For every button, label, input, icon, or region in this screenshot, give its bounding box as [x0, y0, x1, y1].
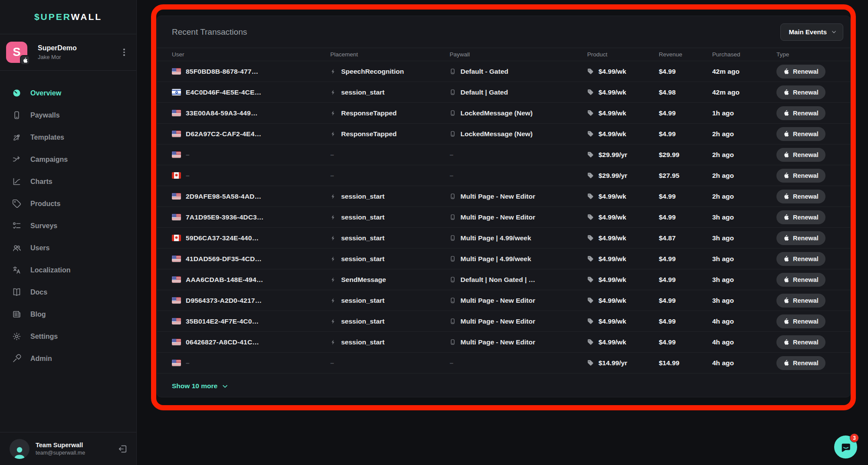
cell-paywall: Multi Page | 4.99/week	[450, 255, 587, 263]
product-price: $29.99/yr	[598, 172, 627, 180]
sidebar-item-settings[interactable]: Settings	[0, 325, 136, 347]
paywall-phone-icon	[450, 68, 456, 75]
table-row[interactable]: –––$14.99/yr$14.994h agoRenewal	[157, 353, 850, 373]
table-row[interactable]: 35B014E2-4F7E-4C0…session_startMulti Pag…	[157, 311, 850, 332]
table-row[interactable]: 59D6CA37-324E-440…session_startMulti Pag…	[157, 228, 850, 249]
transaction-type-badge: Renewal	[776, 356, 825, 370]
table-row[interactable]: E4C0D46F-4E5E-4CE…session_startDefault |…	[157, 82, 850, 103]
purchased-time: 2h ago	[712, 151, 734, 159]
chat-launcher-button[interactable]: 3	[834, 436, 857, 458]
table-row[interactable]: AAA6CDAB-148E-494…SendMessageDefault | N…	[157, 269, 850, 290]
sidebar-item-overview[interactable]: Overview	[0, 82, 136, 104]
table-row[interactable]: 7A1D95E9-3936-4DC3…session_startMulti Pa…	[157, 207, 850, 228]
sidebar-item-charts[interactable]: Charts	[0, 170, 136, 193]
paywall-phone-icon	[450, 213, 456, 221]
brand-logo[interactable]: $UPERWALL	[0, 0, 136, 34]
table-row[interactable]: D62A97C2-CAF2-4E4…ResponseTappedLockedMe…	[157, 124, 850, 144]
sidebar-item-surveys[interactable]: Surveys	[0, 215, 136, 237]
sidebar-item-localization[interactable]: Localization	[0, 259, 136, 281]
revenue-value: $4.99	[659, 193, 676, 200]
newspaper-icon	[12, 310, 21, 319]
show-more-button[interactable]: Show 10 more	[157, 373, 850, 390]
app-menu-kebab-icon[interactable]	[120, 49, 128, 56]
placement-name: session_start	[341, 213, 385, 221]
app-switcher[interactable]: S SuperDemo Jake Mor	[0, 34, 136, 71]
cell-revenue: $14.99	[659, 359, 712, 367]
line-chart-icon	[12, 177, 21, 186]
transaction-type-badge: Renewal	[776, 190, 825, 203]
column-header-paywall: Paywall	[450, 51, 587, 58]
sidebar-item-campaigns[interactable]: Campaigns	[0, 148, 136, 170]
sidebar-item-paywalls[interactable]: Paywalls	[0, 104, 136, 126]
cell-user: AAA6CDAB-148E-494…	[172, 276, 330, 284]
placement-bolt-icon	[330, 235, 336, 242]
column-header-placement: Placement	[330, 51, 450, 58]
sidebar-item-users[interactable]: Users	[0, 237, 136, 259]
purchased-time: 2h ago	[712, 172, 734, 180]
cell-placement: –	[330, 151, 450, 159]
cell-placement: session_start	[330, 193, 450, 200]
cell-type: Renewal	[776, 294, 840, 308]
apple-icon	[783, 172, 789, 179]
product-price: $4.99/wk	[598, 318, 626, 325]
sidebar-item-templates[interactable]: Templates	[0, 126, 136, 148]
cell-product: $4.99/wk	[587, 276, 659, 284]
table-row[interactable]: 33E00A84-59A3-449…ResponseTappedLockedMe…	[157, 103, 850, 124]
cell-product: $4.99/wk	[587, 109, 659, 117]
cell-revenue: $29.99	[659, 151, 712, 159]
paywall-name: Multi Page - New Editor	[460, 193, 535, 200]
table-row[interactable]: 85F0BD8B-8678-477…SpeechRecognitionDefau…	[157, 61, 850, 82]
cell-purchased: 42m ago	[712, 68, 776, 75]
paywall-name: Default | Non Gated | …	[460, 276, 535, 284]
user-id: –	[186, 151, 190, 159]
table-row[interactable]: –––$29.99/yr$27.952h agoRenewal	[157, 165, 850, 186]
transaction-type-label: Renewal	[793, 110, 819, 117]
logout-icon[interactable]	[118, 444, 128, 454]
apple-icon	[783, 68, 789, 75]
user-id: –	[186, 359, 190, 367]
paywall-name: Default - Gated	[460, 68, 508, 75]
sidebar-item-label: Users	[30, 244, 49, 252]
table-row[interactable]: D9564373-A2D0-4217…session_startMulti Pa…	[157, 290, 850, 311]
placement-name: ResponseTapped	[341, 109, 397, 117]
team-account-row[interactable]: Team Superwall team@superwall.me	[0, 432, 136, 465]
table-row[interactable]: 2D9AFE98-5A58-4AD…session_startMulti Pag…	[157, 186, 850, 207]
apple-icon	[783, 235, 789, 241]
transaction-type-badge: Renewal	[776, 210, 825, 224]
paywall-name: Multi Page - New Editor	[460, 213, 535, 221]
table-row[interactable]: 06426827-A8CD-41C…session_startMulti Pag…	[157, 332, 850, 353]
sidebar-item-docs[interactable]: Docs	[0, 281, 136, 303]
cell-paywall: Multi Page | 4.99/week	[450, 234, 587, 242]
sidebar-item-admin[interactable]: Admin	[0, 347, 136, 370]
cell-placement: session_start	[330, 255, 450, 263]
paywall-phone-icon	[450, 276, 456, 283]
cell-user: 35B014E2-4F7E-4C0…	[172, 318, 330, 325]
product-tag-icon	[587, 131, 594, 137]
user-id: 35B014E2-4F7E-4C0…	[186, 318, 259, 325]
transactions-table: 85F0BD8B-8678-477…SpeechRecognitionDefau…	[157, 61, 850, 373]
event-filter-dropdown[interactable]: Main Events	[780, 23, 843, 41]
split-arrow-icon	[12, 155, 21, 164]
sidebar-item-blog[interactable]: Blog	[0, 303, 136, 325]
cell-product: $4.99/wk	[587, 68, 659, 75]
paywall-name: –	[450, 172, 454, 180]
event-filter-label: Main Events	[789, 28, 827, 36]
table-row[interactable]: –––$29.99/yr$29.992h agoRenewal	[157, 144, 850, 165]
cell-product: $4.99/wk	[587, 297, 659, 305]
cell-revenue: $4.98	[659, 88, 712, 96]
cell-type: Renewal	[776, 335, 840, 349]
apple-icon	[783, 339, 789, 345]
placement-bolt-icon	[330, 214, 336, 221]
placement-name: session_start	[341, 297, 385, 305]
country-flag-us	[172, 318, 181, 324]
apple-icon	[783, 151, 789, 158]
table-row[interactable]: 41DAD569-DF35-4CD…session_startMulti Pag…	[157, 249, 850, 269]
sidebar-item-products[interactable]: Products	[0, 193, 136, 215]
cell-purchased: 2h ago	[712, 193, 776, 200]
panel-title: Recent Transactions	[172, 27, 247, 37]
product-tag-icon	[587, 193, 594, 200]
cell-purchased: 2h ago	[712, 130, 776, 138]
apple-icon	[783, 214, 789, 220]
cell-revenue: $4.87	[659, 234, 712, 242]
cell-type: Renewal	[776, 190, 840, 203]
